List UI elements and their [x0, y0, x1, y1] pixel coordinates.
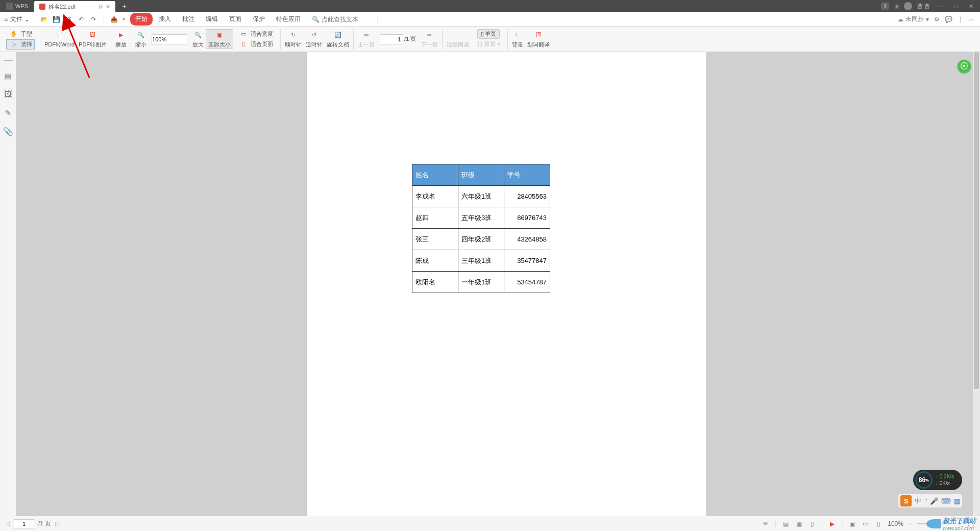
maximize-button[interactable]: □	[950, 3, 961, 9]
table-row: 李成名六年级1班28405563	[412, 186, 550, 207]
settings-icon[interactable]: ⚙	[934, 16, 940, 23]
zoom-select[interactable]	[152, 34, 187, 44]
performance-widget[interactable]: 86% ↑ 0.2K/s ↓ 0K/s	[913, 470, 962, 490]
status-prev-icon[interactable]: ◁	[5, 520, 10, 527]
eye-icon[interactable]: 👁	[762, 520, 770, 528]
document-tab[interactable]: 姓名22.pdf ⎘ ✕	[34, 1, 115, 12]
notification-badge[interactable]: 1	[881, 3, 889, 10]
bookmarks-icon[interactable]: 🖼	[4, 90, 13, 99]
wps-logo-icon	[6, 3, 13, 10]
view-mode-1-icon[interactable]: ▤	[781, 520, 790, 528]
tab-close-icon[interactable]: ✕	[106, 4, 110, 10]
ime-toolbar[interactable]: S 中 " 🎤 ⌨ ▦	[898, 494, 962, 508]
document-canvas[interactable]: 姓名 班级 学号 李成名六年级1班28405563 赵四五年级3班8697674…	[16, 52, 980, 516]
status-next-icon[interactable]: ▷	[55, 520, 60, 527]
continuous-read-button[interactable]: ≡连续阅读	[445, 30, 471, 49]
single-page-button[interactable]: ▯单页	[477, 29, 500, 39]
select-tool-button[interactable]: ▷选择	[6, 39, 35, 50]
file-menu[interactable]: ≡ 文件 ⌄	[0, 15, 34, 23]
play-button[interactable]: ▶播放	[113, 30, 129, 49]
ime-grid-icon[interactable]: ▦	[954, 497, 960, 505]
tab-share-icon[interactable]: ⎘	[99, 4, 103, 10]
view-mode-3-icon[interactable]: ▯	[808, 520, 816, 528]
zoom-out-status-icon[interactable]: −	[909, 520, 912, 527]
tab-features[interactable]: 特色应用	[271, 13, 306, 26]
pdf-to-image-button[interactable]: 🖼PDF转图片	[77, 30, 109, 49]
ribbon-toolbar: ✋手型 ▷选择 📄PDF转Word 🖼PDF转图片 ▶播放 🔍缩小 🔍放大 ▣实…	[0, 27, 980, 52]
counter-clockwise-button[interactable]: ↺逆时针	[304, 30, 325, 49]
sidebar-handle-icon[interactable]	[4, 60, 13, 62]
prev-page-button[interactable]: ⇦上一页	[356, 30, 377, 49]
feedback-icon[interactable]: 💬	[945, 16, 952, 23]
minimize-button[interactable]: —	[935, 3, 945, 9]
save-icon[interactable]: 💾	[53, 15, 61, 23]
main-area: ▤ 🖼 ✎ 📎 姓名 班级 学号 李成名六年级1班28405563 赵四五年级3…	[0, 52, 980, 516]
continuous-icon: ≡	[453, 30, 463, 40]
tab-edit[interactable]: 编辑	[201, 13, 223, 26]
open-icon[interactable]: 📂	[40, 15, 48, 23]
tab-page[interactable]: 页面	[224, 13, 247, 26]
wps-home-tab[interactable]: WPS	[0, 3, 34, 10]
apps-icon[interactable]: ⊞	[894, 3, 899, 10]
pdf-to-word-button[interactable]: 📄PDF转Word	[42, 30, 77, 49]
fit-width-button[interactable]: ▭适合宽度	[236, 29, 275, 39]
search-box[interactable]: 🔍 ⋮	[312, 16, 381, 23]
actual-size-button[interactable]: ▣实际大小	[206, 29, 233, 49]
image-icon: 🖼	[88, 30, 98, 40]
pdf-page: 姓名 班级 学号 李成名六年级1班28405563 赵四五年级3班8697674…	[307, 52, 706, 516]
app-name: WPS	[15, 3, 28, 9]
background-button[interactable]: ☾背景	[510, 30, 525, 49]
rotate-ccw-icon: ↺	[309, 30, 320, 40]
tab-start[interactable]: 开始	[130, 13, 153, 26]
tab-insert[interactable]: 插入	[154, 13, 176, 26]
user-name[interactable]: 曹 曹	[917, 3, 930, 10]
export-dropdown-icon[interactable]: ▾	[122, 16, 125, 22]
undo-icon[interactable]: ↶	[77, 15, 85, 23]
export-icon[interactable]: 📤	[110, 15, 118, 23]
actual-view-icon[interactable]: ▣	[848, 520, 856, 528]
redo-icon[interactable]: ↷	[89, 15, 97, 23]
next-icon: ⇨	[425, 30, 435, 40]
close-window-button[interactable]: ✕	[966, 3, 976, 10]
fit-page-view-icon[interactable]: ▯	[874, 520, 883, 528]
next-page-button[interactable]: ⇨下一页	[419, 30, 440, 49]
rotate-cw-icon: ↻	[288, 30, 299, 40]
attachments-icon[interactable]: 📎	[4, 127, 13, 136]
ime-keyboard-icon[interactable]: ⌨	[941, 497, 951, 505]
thumbnails-icon[interactable]: ▤	[4, 71, 13, 81]
collapse-ribbon-icon[interactable]: ︿	[969, 15, 975, 23]
tab-annotate[interactable]: 批注	[177, 13, 200, 26]
add-tab-button[interactable]: +	[115, 2, 134, 10]
rotate-doc-button[interactable]: 🔄旋转文档	[325, 30, 351, 49]
ime-punct-icon[interactable]: "	[924, 497, 927, 505]
search-input[interactable]	[322, 16, 373, 23]
ime-logo-icon[interactable]: S	[900, 495, 912, 506]
fit-page-button[interactable]: ▯适合页面	[236, 39, 275, 50]
user-avatar-icon[interactable]	[904, 2, 912, 10]
assistant-float-button[interactable]: ⦿	[958, 60, 971, 73]
ime-mic-icon[interactable]: 🎤	[930, 497, 938, 505]
sync-status[interactable]: ☁ 未同步 ▾	[897, 15, 929, 23]
search-more-icon[interactable]: ⋮	[375, 16, 381, 23]
tab-protect[interactable]: 保护	[248, 13, 270, 26]
vertical-scrollbar[interactable]	[973, 52, 980, 516]
ime-lang[interactable]: 中	[915, 496, 921, 505]
status-page-input[interactable]	[14, 519, 34, 528]
double-page-button[interactable]: ▯▯双页▾	[474, 39, 502, 49]
fit-width-view-icon[interactable]: ▭	[861, 520, 869, 528]
zoom-in-button[interactable]: 🔍放大	[190, 30, 206, 49]
more-icon[interactable]: ⋮	[958, 16, 964, 23]
clockwise-button[interactable]: ↻顺时针	[283, 30, 304, 49]
page-number-input[interactable]	[380, 34, 403, 44]
table-row: 陈成三年级1班35477847	[412, 250, 550, 272]
annotations-icon[interactable]: ✎	[4, 108, 13, 117]
watermark-text: 极光下载站	[943, 516, 976, 525]
scrollbar-thumb[interactable]	[974, 52, 979, 389]
status-play-icon[interactable]: ▶	[828, 520, 836, 528]
translate-button[interactable]: 🈂划词翻译	[525, 30, 552, 49]
print-icon[interactable]: 🖨	[65, 15, 73, 23]
hand-tool-button[interactable]: ✋手型	[7, 29, 34, 39]
zoom-out-button[interactable]: 🔍缩小	[133, 30, 149, 49]
table-header: 姓名	[412, 164, 458, 186]
view-mode-2-icon[interactable]: ▦	[795, 520, 803, 528]
